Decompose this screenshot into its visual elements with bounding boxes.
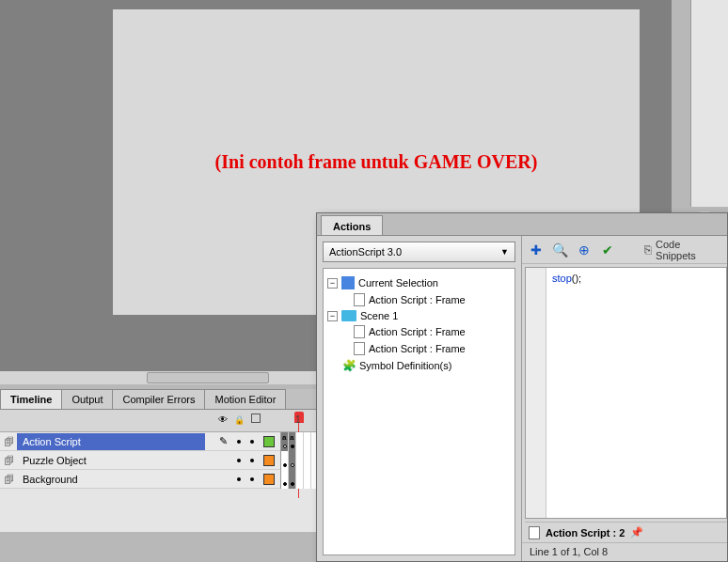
tab-timeline[interactable]: Timeline bbox=[0, 389, 62, 409]
outline-icon[interactable] bbox=[251, 414, 261, 423]
tree-item-frame[interactable]: Action Script : Frame bbox=[327, 291, 511, 308]
target-button[interactable]: ⊕ bbox=[576, 242, 593, 258]
code-snippets-icon bbox=[644, 242, 652, 257]
check-syntax-button[interactable]: ✔ bbox=[600, 242, 617, 258]
layer-color-swatch[interactable] bbox=[263, 474, 275, 485]
code-snippets-label: Code Snippets bbox=[656, 239, 721, 261]
chevron-down-icon: ▼ bbox=[500, 247, 509, 257]
tree-label: Action Script : Frame bbox=[369, 326, 466, 337]
code-editor[interactable]: stop(); bbox=[525, 267, 727, 519]
tree-item-frame[interactable]: Action Script : Frame bbox=[327, 340, 511, 357]
frame-icon bbox=[529, 526, 540, 539]
tree-current-selection[interactable]: − Current Selection bbox=[327, 274, 511, 291]
actions-navigator: ActionScript 3.0 ▼ − Current Selection A… bbox=[317, 236, 522, 561]
tree-label: Action Script : Frame bbox=[369, 294, 466, 305]
symbol-icon bbox=[342, 359, 356, 372]
layer-icon bbox=[0, 473, 17, 486]
tree-item-frame[interactable]: Action Script : Frame bbox=[327, 323, 511, 340]
stage-overlay-text: (Ini contoh frame untuk GAME OVER) bbox=[215, 151, 538, 173]
layer-visibility-dot[interactable] bbox=[237, 459, 241, 462]
layer-color-swatch[interactable] bbox=[263, 455, 275, 466]
tree-label: Current Selection bbox=[358, 277, 438, 289]
pin-icon[interactable] bbox=[630, 526, 643, 539]
code-content[interactable]: stop(); bbox=[546, 268, 726, 518]
actions-toolbar: ✚ 🔍 ⊕ ✔ Code Snippets bbox=[522, 236, 727, 264]
tree-label: Action Script : Frame bbox=[369, 343, 466, 354]
layer-name[interactable]: Action Script bbox=[17, 433, 205, 450]
layer-visibility-dot[interactable] bbox=[237, 477, 241, 481]
tree-symbol-definitions[interactable]: Symbol Definition(s) bbox=[327, 357, 511, 374]
layer-name[interactable]: Background bbox=[17, 471, 205, 488]
frame-icon bbox=[354, 325, 365, 338]
layer-lock-dot[interactable] bbox=[250, 477, 254, 481]
layer-color-swatch[interactable] bbox=[263, 436, 275, 447]
layer-name[interactable]: Puzzle Object bbox=[17, 452, 205, 469]
code-snippets-button[interactable]: Code Snippets bbox=[644, 239, 721, 261]
line-gutter bbox=[526, 268, 546, 518]
actions-panel-tabbar: Actions bbox=[317, 213, 727, 236]
frame-cells[interactable]: a a bbox=[280, 432, 319, 451]
frame-cells[interactable] bbox=[280, 470, 319, 489]
frame-number-1: 1 bbox=[295, 414, 301, 425]
collapse-icon[interactable]: − bbox=[327, 311, 338, 321]
cursor-position: Line 1 of 1, Col 8 bbox=[522, 542, 727, 561]
script-navigator-tree[interactable]: − Current Selection Action Script : Fram… bbox=[323, 268, 515, 555]
tab-compiler-errors[interactable]: Compiler Errors bbox=[112, 389, 205, 409]
current-script-label: Action Script : 2 bbox=[546, 527, 625, 539]
dropdown-label: ActionScript 3.0 bbox=[329, 246, 402, 258]
actions-editor: ✚ 🔍 ⊕ ✔ Code Snippets stop(); Action Scr… bbox=[522, 236, 727, 561]
collapse-icon[interactable]: − bbox=[327, 278, 338, 289]
tab-actions[interactable]: Actions bbox=[321, 215, 383, 235]
frame-icon bbox=[354, 342, 365, 355]
actions-panel: Actions ActionScript 3.0 ▼ − Current Sel… bbox=[316, 212, 728, 562]
pencil-icon bbox=[219, 435, 228, 447]
layer-visibility-dot[interactable] bbox=[237, 440, 241, 444]
layer-icon bbox=[0, 435, 17, 448]
add-script-button[interactable]: ✚ bbox=[528, 242, 545, 258]
visibility-icon[interactable] bbox=[218, 414, 228, 425]
right-panel-collapsed[interactable] bbox=[690, 0, 728, 207]
selection-icon bbox=[341, 276, 355, 289]
scene-icon bbox=[341, 310, 356, 321]
script-status-bar: Action Script : 2 bbox=[525, 522, 727, 542]
tab-motion-editor[interactable]: Motion Editor bbox=[204, 389, 286, 409]
frame-cells[interactable] bbox=[280, 451, 319, 470]
tree-scene-1[interactable]: − Scene 1 bbox=[327, 308, 511, 323]
layer-icon bbox=[0, 454, 17, 467]
scrollbar-thumb[interactable] bbox=[147, 372, 269, 383]
tab-output[interactable]: Output bbox=[61, 389, 113, 409]
layer-lock-dot[interactable] bbox=[250, 459, 254, 462]
layer-lock-dot[interactable] bbox=[250, 440, 254, 444]
lock-icon[interactable] bbox=[234, 414, 245, 425]
actionscript-version-dropdown[interactable]: ActionScript 3.0 ▼ bbox=[323, 242, 515, 262]
tree-label: Scene 1 bbox=[360, 310, 398, 321]
find-button[interactable]: 🔍 bbox=[552, 242, 569, 258]
tree-label: Symbol Definition(s) bbox=[359, 360, 451, 371]
frame-icon bbox=[354, 293, 365, 306]
